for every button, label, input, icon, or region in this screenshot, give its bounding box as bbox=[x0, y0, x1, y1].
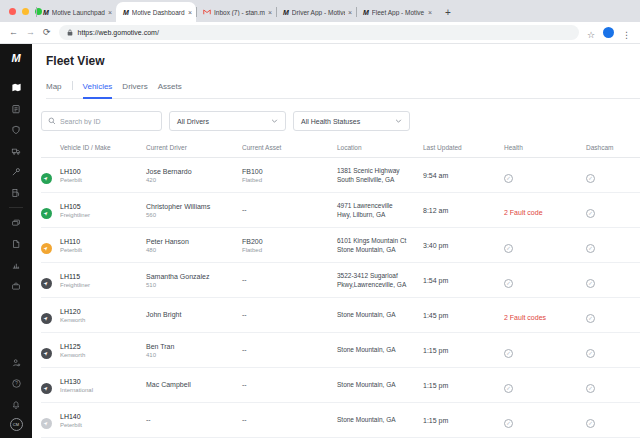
health-ok-icon bbox=[504, 384, 513, 393]
tab-assets[interactable]: Assets bbox=[158, 82, 182, 98]
page-title: Fleet View bbox=[46, 54, 632, 68]
window-minimize-button[interactable] bbox=[22, 8, 29, 15]
tab-close-icon[interactable]: × bbox=[348, 9, 352, 16]
user-avatar[interactable]: CM bbox=[10, 418, 23, 431]
table-row[interactable]: LH130International Mac Campbell -- Stone… bbox=[41, 368, 640, 403]
vehicle-make: Peterbilt bbox=[60, 247, 140, 253]
location: 1381 Scenic Highway South Snellville, GA bbox=[337, 166, 423, 185]
motive-favicon-icon bbox=[363, 9, 369, 16]
asset-id: -- bbox=[242, 416, 331, 423]
fleet-view-icon[interactable] bbox=[8, 80, 24, 96]
safety-shield-icon[interactable] bbox=[8, 122, 24, 138]
health-fault-link[interactable]: 2 Fault codes bbox=[504, 314, 546, 321]
table-row[interactable]: LH105Freightliner Christopher Williams56… bbox=[41, 193, 640, 228]
table-row[interactable]: LH100Peterbilt Jose Bernardo420 FB100Fla… bbox=[41, 158, 640, 193]
browser-tab-fleet-app[interactable]: Fleet App - Motive × bbox=[356, 2, 436, 22]
health-ok-icon bbox=[504, 279, 513, 288]
search-box[interactable] bbox=[41, 111, 162, 131]
tab-close-icon[interactable]: × bbox=[188, 9, 192, 16]
maintenance-wrench-icon[interactable] bbox=[8, 164, 24, 180]
vehicle-status-icon bbox=[41, 348, 52, 359]
chevron-down-icon bbox=[271, 119, 278, 123]
forward-icon[interactable] bbox=[26, 28, 35, 37]
bookmark-star-icon[interactable] bbox=[587, 24, 595, 42]
table-row[interactable]: LH115Freightliner Samantha Gonzalez510 -… bbox=[41, 263, 640, 298]
vehicle-id: LH100 bbox=[60, 168, 140, 175]
gmail-favicon-icon bbox=[203, 9, 211, 15]
vehicle-make: Kenworth bbox=[60, 352, 140, 358]
address-bar[interactable]: https://web.gomotive.com/ bbox=[59, 25, 579, 40]
browser-tab-strip: Motive Launchpad × Motive Dashboard × In… bbox=[0, 0, 640, 22]
browser-menu-icon[interactable] bbox=[622, 24, 631, 42]
tab-vehicles[interactable]: Vehicles bbox=[83, 82, 113, 99]
vehicle-status-icon bbox=[41, 383, 52, 394]
notifications-bell-icon[interactable] bbox=[8, 397, 24, 413]
search-input[interactable] bbox=[60, 118, 155, 125]
col-health: Health bbox=[504, 144, 586, 151]
tab-close-icon[interactable]: × bbox=[108, 9, 112, 16]
last-updated: 1:45 pm bbox=[423, 312, 504, 319]
tab-drivers[interactable]: Drivers bbox=[122, 82, 147, 98]
asset-id: FB100 bbox=[242, 168, 331, 175]
location: Stone Mountain, GA bbox=[337, 345, 423, 354]
fleet-view-tabs: Map Vehicles Drivers Assets bbox=[46, 81, 640, 99]
motive-logo: M bbox=[11, 52, 20, 64]
asset-type: Flatbed bbox=[242, 247, 331, 253]
browser-tab-label: Inbox (7) - stan.marshal@trucki bbox=[214, 9, 265, 16]
admin-icon[interactable] bbox=[8, 355, 24, 371]
vehicle-status-icon bbox=[41, 418, 52, 429]
app-sidebar: M bbox=[0, 44, 32, 438]
vehicle-status-icon bbox=[41, 243, 52, 254]
motive-favicon-icon bbox=[43, 9, 49, 16]
browser-tab-gmail-inbox[interactable]: Inbox (7) - stan.marshal@trucki × bbox=[196, 2, 276, 22]
last-updated: 8:12 am bbox=[423, 207, 504, 214]
tab-close-icon[interactable]: × bbox=[268, 9, 272, 16]
health-filter-dropdown[interactable]: All Health Statuses bbox=[293, 111, 410, 131]
lock-icon bbox=[67, 29, 73, 36]
last-updated: 1:15 pm bbox=[423, 347, 504, 354]
cards-icon[interactable] bbox=[8, 215, 24, 231]
last-updated: 3:40 pm bbox=[423, 242, 504, 249]
tab-close-icon[interactable]: × bbox=[428, 9, 432, 16]
table-row[interactable]: LH140Peterbilt -- -- Stone Mountain, GA … bbox=[41, 403, 640, 438]
browser-tab-driver-app[interactable]: Driver App - Motive × bbox=[276, 2, 356, 22]
documents-icon[interactable] bbox=[8, 236, 24, 252]
driver-number: 560 bbox=[146, 212, 236, 218]
driver-name: Jose Bernardo bbox=[146, 168, 236, 175]
driver-name: Mac Campbell bbox=[146, 381, 236, 388]
browser-tab-motive-dashboard[interactable]: Motive Dashboard × bbox=[116, 2, 196, 22]
help-icon[interactable]: ? bbox=[8, 376, 24, 392]
drivers-filter-dropdown[interactable]: All Drivers bbox=[169, 111, 286, 131]
vehicle-id: LH125 bbox=[60, 343, 140, 350]
dispatch-truck-icon[interactable] bbox=[8, 143, 24, 159]
browser-tab-motive-launchpad[interactable]: Motive Launchpad × bbox=[36, 2, 116, 22]
chevron-down-icon bbox=[395, 119, 402, 123]
col-location: Location bbox=[337, 144, 423, 151]
tab-map[interactable]: Map bbox=[46, 82, 62, 98]
window-close-button[interactable] bbox=[9, 8, 16, 15]
reports-chart-icon[interactable] bbox=[8, 257, 24, 273]
reload-icon[interactable] bbox=[43, 28, 51, 37]
vehicle-make: Peterbilt bbox=[60, 177, 140, 183]
driver-number: 480 bbox=[146, 247, 236, 253]
driver-name: -- bbox=[146, 416, 236, 423]
motive-favicon-icon bbox=[123, 9, 129, 16]
asset-id: -- bbox=[242, 206, 331, 213]
vehicle-status-icon bbox=[41, 173, 52, 184]
browser-profile-avatar[interactable] bbox=[603, 27, 614, 38]
browser-tab-label: Driver App - Motive bbox=[292, 9, 345, 16]
new-tab-button[interactable] bbox=[440, 4, 456, 20]
back-icon[interactable] bbox=[9, 28, 18, 37]
browser-tab-label: Motive Dashboard bbox=[132, 9, 185, 16]
health-fault-link[interactable]: 2 Fault code bbox=[504, 209, 543, 216]
fuel-pump-icon[interactable] bbox=[8, 185, 24, 201]
toolbox-icon[interactable] bbox=[8, 278, 24, 294]
drivers-filter-value: All Drivers bbox=[177, 118, 209, 125]
table-row[interactable]: LH120Kenworth John Bright -- Stone Mount… bbox=[41, 298, 640, 333]
table-row[interactable]: LH125Kenworth Ben Tran410 -- Stone Mount… bbox=[41, 333, 640, 368]
health-ok-icon bbox=[504, 244, 513, 253]
table-row[interactable]: LH110Peterbilt Peter Hanson480 FB200Flat… bbox=[41, 228, 640, 263]
table-header-row: Vehicle ID / Make Current Driver Current… bbox=[41, 144, 640, 158]
compliance-icon[interactable] bbox=[8, 101, 24, 117]
vehicle-id: LH115 bbox=[60, 273, 140, 280]
